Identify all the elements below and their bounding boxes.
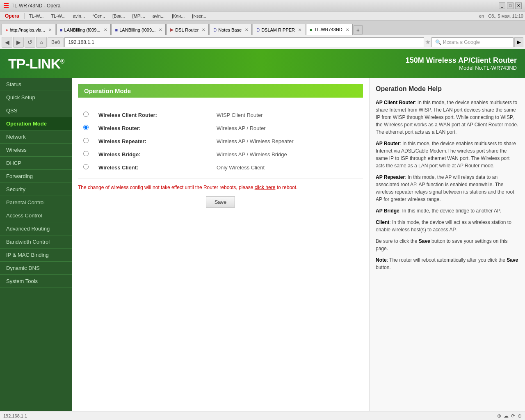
tab-thumbnail-6[interactable]: [МРl...: [129, 13, 148, 19]
status-text: 192.168.1.1: [3, 413, 27, 418]
tab-dsl[interactable]: ▶ DSL Router ✕: [167, 24, 209, 35]
tab-icon-dsl: ▶: [170, 27, 173, 32]
sidebar-item-system-tools[interactable]: System Tools: [0, 275, 72, 288]
home-button[interactable]: ⌂: [36, 37, 47, 48]
sidebar-item-parental-control[interactable]: Parental Control: [0, 196, 72, 209]
address-bar[interactable]: 192.168.1.1: [64, 37, 424, 47]
sidebar-item-wireless[interactable]: Wireless: [0, 144, 72, 157]
sidebar-item-ip-mac-binding[interactable]: IP & MAC Binding: [0, 249, 72, 262]
tab-close-lanbilling1[interactable]: ✕: [104, 27, 107, 32]
reboot-link[interactable]: click here: [255, 185, 276, 190]
label-wireless-client-router[interactable]: Wireless Client Router:: [98, 112, 157, 118]
tplink-body: Status Quick Setup QSS Operation Mode Ne…: [0, 78, 525, 411]
tab-close-dslam[interactable]: ✕: [298, 27, 301, 32]
opera-menu-icon[interactable]: ☰: [3, 2, 9, 9]
tab-icon-nagios: ●: [5, 27, 8, 32]
minimize-button[interactable]: _: [499, 2, 505, 9]
new-tab-button[interactable]: +: [354, 25, 363, 34]
page-content: TP-LINK® 150M Wireless AP/Client Router …: [0, 49, 525, 411]
help-save-bold: Save: [419, 238, 430, 244]
tab-icon-dslam: D: [256, 27, 260, 32]
reload-button[interactable]: ↺: [25, 37, 35, 48]
radio-wireless-client[interactable]: [83, 164, 89, 169]
tab-thumbnail-2[interactable]: TL-W...: [48, 13, 68, 19]
tab-close-lanbilling2[interactable]: ✕: [159, 27, 162, 32]
tab-close-dsl[interactable]: ✕: [202, 27, 205, 32]
tab-lanbilling1[interactable]: ■ LANBilling (!009... ✕: [56, 24, 111, 35]
label-wireless-client[interactable]: Wireless Client:: [98, 164, 138, 171]
search-bar[interactable]: 🔍 Искать в Google: [431, 37, 514, 47]
model-number: Model No.TL-WR743ND: [406, 65, 517, 71]
tab-tplink[interactable]: ■ TL-WR743ND ✕: [306, 24, 353, 35]
mode-row-wireless-client: Wireless Client: Only Wireless Client: [78, 161, 363, 174]
tplink-logo: TP-LINK®: [8, 56, 64, 72]
radio-wireless-repeater[interactable]: [83, 138, 89, 143]
tab-thumbnail-3[interactable]: avin...: [70, 13, 88, 19]
tab-thumbnail-9[interactable]: [r-ser...: [189, 13, 209, 19]
tab-thumbnail-1[interactable]: TL-W...: [26, 13, 47, 19]
tab-thumbnail-4[interactable]: *Сет...: [89, 13, 108, 19]
sidebar: Status Quick Setup QSS Operation Mode Ne…: [0, 78, 72, 411]
save-button[interactable]: Save: [206, 196, 235, 208]
section-title: Operation Mode: [84, 87, 131, 94]
sidebar-item-dhcp[interactable]: DHCP: [0, 157, 72, 170]
label-wireless-router[interactable]: Wireless Router:: [98, 125, 141, 131]
bookmark-button[interactable]: ★: [425, 38, 431, 46]
label-wireless-repeater[interactable]: Wireless Repeater:: [98, 138, 146, 144]
tab-thumbnail-8[interactable]: [Кли...: [169, 13, 188, 19]
tab-icon-notes: D: [213, 27, 217, 32]
maximize-button[interactable]: □: [507, 2, 514, 9]
tab-close-nagios[interactable]: ✕: [48, 27, 52, 32]
tab-notes[interactable]: D Notes Base ✕: [210, 24, 252, 35]
sidebar-item-network[interactable]: Network: [0, 130, 72, 144]
help-reboot-note: Note: The router will reboot automatical…: [376, 256, 519, 271]
sidebar-item-bandwidth-control[interactable]: Bandwidth Control: [0, 235, 72, 249]
sidebar-item-access-control[interactable]: Access Control: [0, 209, 72, 222]
help-save-note: Be sure to click the Save button to save…: [376, 237, 519, 252]
tab-icon-lanbilling2: ■: [115, 27, 118, 32]
sidebar-item-advanced-routing[interactable]: Advanced Routing: [0, 222, 72, 235]
help-term-4: AP Bridge: [376, 208, 399, 214]
tplink-header: TP-LINK® 150M Wireless AP/Client Router …: [0, 49, 525, 78]
tab-thumbnail-5[interactable]: [Вик...: [109, 13, 128, 19]
label-wireless-bridge[interactable]: Wireless Bridge:: [98, 151, 140, 158]
tplink-wrapper: TP-LINK® 150M Wireless AP/Client Router …: [0, 49, 525, 411]
save-button-container: Save: [78, 196, 363, 208]
sidebar-item-quick-setup[interactable]: Quick Setup: [0, 91, 72, 104]
sidebar-item-dynamic-dns[interactable]: Dynamic DNS: [0, 262, 72, 275]
desc-wireless-client: Only Wireless Client: [217, 164, 265, 171]
sidebar-item-security[interactable]: Security: [0, 183, 72, 196]
radio-wireless-bridge[interactable]: [83, 151, 89, 156]
forward-button[interactable]: ▶: [13, 37, 24, 48]
tab-lanbilling2[interactable]: ■ LANBilling (!009... ✕: [112, 24, 166, 35]
sidebar-item-forwarding[interactable]: Forwarding: [0, 170, 72, 183]
tab-label-lanbilling2: LANBilling (!009...: [119, 27, 155, 32]
sidebar-item-status[interactable]: Status: [0, 78, 72, 91]
tab-thumbnail-7[interactable]: avin...: [149, 13, 168, 19]
tab-label-dsl: DSL Router: [175, 27, 199, 32]
close-button[interactable]: ✕: [515, 2, 522, 9]
radio-wireless-router[interactable]: [83, 125, 89, 130]
back-button[interactable]: ◀: [2, 37, 12, 48]
warning-message: The change of wireless config will not t…: [78, 185, 363, 190]
status-icon-2: ☁: [504, 413, 509, 419]
help-term-2: AP Router: [376, 141, 399, 146]
sidebar-item-operation-mode[interactable]: Operation Mode: [0, 117, 72, 130]
tab-close-tplink[interactable]: ✕: [346, 27, 349, 32]
title-bar: ☰ TL-WR743ND - Opera _ □ ✕: [0, 0, 525, 11]
content-inner: Operation Mode W: [72, 78, 369, 218]
address-text: 192.168.1.1: [68, 39, 94, 45]
desc-wireless-repeater: Wireless AP / Wireless Repeater: [217, 138, 294, 144]
menu-item-opera[interactable]: Opera: [2, 12, 23, 20]
tab-dslam[interactable]: D DSLAM RIPPER ✕: [253, 24, 305, 35]
desc-wireless-client-router: WISP Client Router: [217, 112, 262, 118]
tab-nagios[interactable]: ● http://nagios.vla... ✕: [2, 24, 55, 35]
sidebar-item-qss[interactable]: QSS: [0, 104, 72, 117]
search-submit[interactable]: ▶: [514, 37, 523, 47]
mode-row-wireless-repeater: Wireless Repeater: Wireless AP / Wireles…: [78, 135, 363, 148]
radio-wireless-client-router[interactable]: [83, 112, 89, 117]
tplink-model-info: 150M Wireless AP/Client Router Model No.…: [406, 56, 517, 71]
tab-close-notes[interactable]: ✕: [245, 27, 248, 32]
status-icon-3: ⟳: [511, 413, 515, 419]
help-ap-client-router: AP Client Router: In this mode, the devi…: [376, 99, 519, 136]
